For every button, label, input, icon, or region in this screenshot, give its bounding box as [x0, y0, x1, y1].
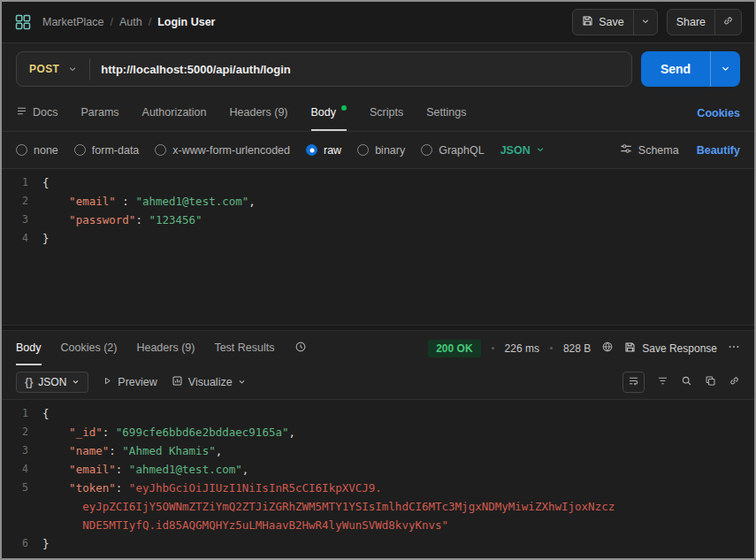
app-logo-icon	[14, 13, 32, 31]
body-type-actions: Schema Beautify	[620, 142, 740, 157]
radio-label: GraphQL	[439, 144, 484, 157]
breadcrumb-collection[interactable]: Auth	[119, 16, 142, 28]
radio-icon	[421, 144, 432, 156]
save-options-button[interactable]	[634, 10, 657, 35]
tab-docs[interactable]: Docs	[16, 95, 57, 131]
play-icon	[103, 376, 112, 388]
tab-label: Authorization	[142, 106, 207, 119]
preview-label: Preview	[118, 376, 157, 388]
code-line: 4}	[7, 229, 754, 248]
code-line: 5 "token": "eyJhbGciOiJIUzI1NiIsInR5cCI6…	[7, 479, 754, 497]
breadcrumb-workspace[interactable]: MarketPlace	[42, 16, 103, 28]
tab-label: Scripts	[370, 106, 403, 119]
body-present-dot	[341, 105, 347, 111]
request-tabs: Docs Params Authorization Headers (9) Bo…	[2, 95, 754, 132]
wrap-text-icon	[628, 375, 639, 389]
ellipsis-icon	[728, 341, 740, 356]
app-window: MarketPlace / Auth / Login User Save	[0, 0, 756, 560]
code-line: 1{	[7, 173, 754, 192]
tab-label: Params	[80, 106, 118, 119]
preview-button[interactable]: Preview	[103, 376, 157, 388]
body-type-raw[interactable]: raw	[306, 144, 341, 157]
send-options-button[interactable]	[710, 51, 740, 87]
share-button-label: Share	[676, 16, 706, 28]
save-button-main[interactable]: Save	[573, 10, 633, 35]
tab-scripts[interactable]: Scripts	[370, 95, 403, 131]
response-size: 828 B	[563, 342, 591, 355]
body-type-binary[interactable]: binary	[357, 144, 405, 157]
request-body-editor[interactable]: 1{2 "email" : "ahmed1@test.com",3 "passw…	[2, 168, 754, 325]
response-meta: 200 OK 226 ms 828 B Save Response	[428, 331, 740, 365]
response-body-viewer[interactable]: 1{2 "_id": "699cfe6bbd6e2bddaec9165a",3 …	[2, 399, 754, 558]
save-response-button[interactable]: Save Response	[624, 341, 717, 356]
body-type-graphql[interactable]: GraphQL	[421, 144, 484, 157]
save-button-label: Save	[599, 16, 624, 28]
breadcrumb: MarketPlace / Auth / Login User	[42, 16, 215, 28]
body-type-urlencoded[interactable]: x-www-form-urlencoded	[155, 144, 290, 157]
tab-params[interactable]: Params	[80, 95, 118, 131]
tab-label: Settings	[426, 106, 466, 119]
response-format-dropdown[interactable]: {} JSON	[16, 372, 88, 393]
share-button[interactable]: Share	[667, 9, 742, 35]
url-input[interactable]	[90, 52, 631, 86]
breadcrumb-separator: /	[110, 16, 112, 28]
wrap-text-button[interactable]	[622, 372, 645, 393]
save-button[interactable]: Save	[572, 9, 658, 35]
search-button[interactable]	[681, 375, 692, 389]
save-icon	[624, 341, 636, 356]
request-title: Login User	[157, 16, 215, 28]
send-button[interactable]: Send	[641, 51, 740, 87]
copy-button[interactable]	[705, 375, 716, 389]
filter-button[interactable]	[657, 375, 668, 389]
chevron-down-icon	[721, 63, 730, 76]
docs-icon	[16, 105, 27, 119]
share-button-main[interactable]: Share	[668, 10, 714, 35]
chevron-down-icon	[238, 376, 246, 388]
response-tab-test-results[interactable]: Test Results	[214, 331, 274, 365]
link-button[interactable]	[729, 375, 740, 389]
visualize-button[interactable]: Visualize	[172, 375, 246, 389]
tab-label: Body	[16, 341, 42, 354]
radio-label: x-www-form-urlencoded	[172, 144, 290, 157]
topbar-actions: Save Share	[572, 9, 742, 35]
body-type-form-data[interactable]: form-data	[74, 144, 140, 157]
tab-authorization[interactable]: Authorization	[142, 95, 207, 131]
radio-label: none	[34, 144, 58, 157]
copy-link-button[interactable]	[715, 10, 741, 35]
code-line: 2 "email" : "ahmed1@test.com",	[7, 192, 754, 211]
chevron-down-icon	[536, 144, 545, 157]
chart-box-icon	[172, 375, 183, 389]
meta-separator	[550, 347, 553, 349]
raw-language-dropdown[interactable]: JSON	[500, 144, 545, 157]
code-line: 1{	[7, 404, 754, 423]
response-tab-cookies[interactable]: Cookies (2)	[61, 331, 118, 365]
tab-headers[interactable]: Headers (9)	[230, 95, 288, 131]
more-options-button[interactable]	[728, 341, 740, 356]
radio-label: form-data	[92, 144, 140, 157]
response-tab-headers[interactable]: Headers (9)	[136, 331, 195, 365]
pane-splitter[interactable]	[2, 325, 754, 331]
request-url-bar: POST Send	[2, 43, 754, 95]
tab-body[interactable]: Body	[311, 95, 347, 131]
network-info-button[interactable]	[601, 341, 614, 356]
response-time: 226 ms	[505, 342, 539, 355]
tab-label: Cookies (2)	[61, 341, 118, 354]
send-button-label[interactable]: Send	[641, 51, 710, 87]
cookies-link[interactable]: Cookies	[697, 107, 740, 119]
radio-label: raw	[324, 144, 341, 157]
tab-label: Test Results	[214, 341, 274, 354]
body-type-none[interactable]: none	[16, 144, 58, 157]
schema-button[interactable]: Schema	[620, 142, 679, 157]
link-icon	[729, 375, 740, 389]
schema-label: Schema	[638, 144, 679, 157]
body-type-row: none form-data x-www-form-urlencoded raw…	[2, 132, 754, 168]
radio-label: binary	[375, 144, 405, 157]
search-icon	[681, 375, 692, 389]
response-tab-body[interactable]: Body	[16, 331, 42, 365]
beautify-button[interactable]: Beautify	[697, 144, 740, 157]
tab-settings[interactable]: Settings	[426, 95, 466, 131]
response-toolbar: {} JSON Preview Visualize	[2, 365, 754, 399]
method-dropdown[interactable]: POST	[17, 63, 89, 75]
code-line: 4 "email": "ahmed1@test.com",	[7, 460, 754, 479]
response-history-button[interactable]	[294, 331, 307, 365]
